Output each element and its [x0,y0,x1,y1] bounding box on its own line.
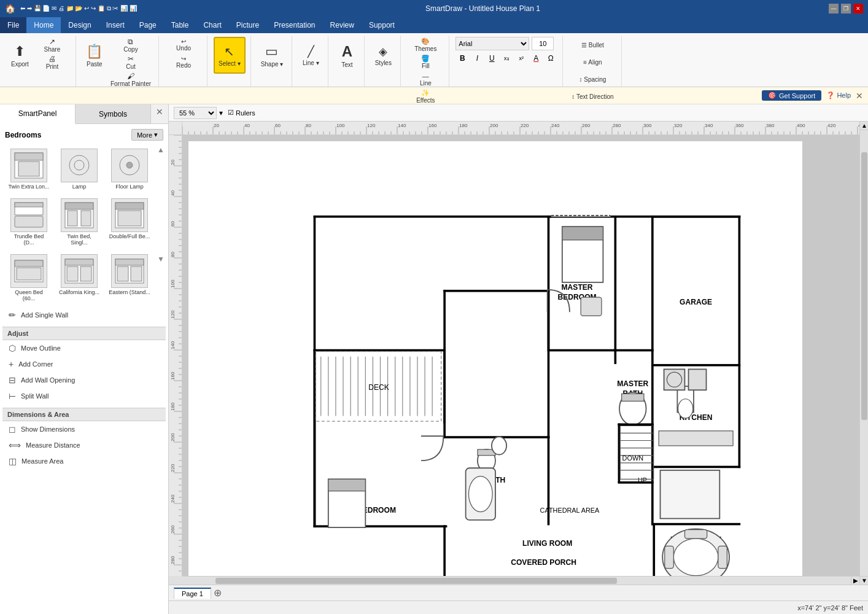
list-item[interactable]: Double/Full Be... [106,195,153,249]
font-size-input[interactable] [532,37,554,50]
ribbon-group-history: ↩ Undo ↪ Redo [160,36,207,87]
svg-text:MASTER: MASTER [617,379,648,388]
print-button[interactable]: 🖨 Print [34,54,71,70]
list-item[interactable]: Eastern (Stand... [106,251,153,305]
page-1-tab[interactable]: Page 1 [174,588,211,599]
close-btn[interactable]: ✕ [853,4,863,14]
export-button[interactable]: ⬆ Export [7,37,33,74]
svg-rect-15 [115,203,144,209]
horizontal-scrollbar[interactable]: ▶ [182,576,859,585]
redo-button[interactable]: ↪ Redo [165,54,202,70]
svg-rect-45 [614,216,617,364]
scroll-up-icon[interactable]: ▲ [157,146,165,154]
ribbon-group-line: ╱ Line ▾ [293,36,328,87]
list-item[interactable]: Trundle Bed (D... [5,195,53,249]
canvas-scroll[interactable]: MASTER BEDROOM GARAGE MASTER BATH DECK B… [182,135,859,576]
zoom-select[interactable]: 55 % 25 % 50 % 75 % 100 % [174,107,217,119]
bold-button[interactable]: B [455,52,469,65]
ribbon-group-font: Arial B I U x₂ x² A Ω [451,36,563,87]
bullet-button[interactable]: ☰ Bullet [569,37,616,53]
subscript-button[interactable]: x₂ [500,52,513,65]
align-button[interactable]: ≡ Align [569,54,616,70]
text-button[interactable]: A Text [335,37,359,74]
text-direction-button[interactable]: ↕ Text Direction [569,88,616,104]
symbol-icon-twin [61,198,98,232]
menu-file[interactable]: File [0,17,26,33]
more-button[interactable]: More ▾ [131,129,163,141]
scroll-down-icon[interactable]: ▼ [157,255,165,263]
svg-rect-19 [17,268,41,280]
list-item[interactable]: Twin Extra Lon... [5,146,53,193]
share-button[interactable]: ↗ Share [34,37,71,53]
format-painter-button[interactable]: 🖌 Format Painter [108,71,153,87]
add-single-wall-button[interactable]: ✏ Add Single Wall [2,307,166,323]
add-page-button[interactable]: ⊕ [214,587,222,599]
svg-text:COVERED PORCH: COVERED PORCH [511,558,576,567]
paste-button[interactable]: 📋 Paste [82,37,107,74]
panel-close-button[interactable]: ✕ [151,104,168,123]
menu-insert[interactable]: Insert [99,17,132,33]
maximize-btn[interactable]: ❐ [841,4,851,14]
svg-rect-26 [117,266,128,281]
scroll-down-arrow[interactable]: ▼ [860,576,868,585]
move-outline-item[interactable]: ⬡ Move Outline [2,340,166,356]
status-bar: x=74' 2" y=24' 8" Feet [169,600,868,614]
list-item[interactable]: Twin Bed, Singl... [55,195,103,249]
zoom-control[interactable]: 55 % 25 % 50 % 75 % 100 % ▾ [174,107,223,119]
split-wall-item[interactable]: ⊢ Split Wall [2,388,166,404]
menu-presentation[interactable]: Presentation [266,17,322,33]
symbols-tab[interactable]: Symbols [76,104,151,123]
list-item[interactable]: California King... [55,251,103,305]
menu-chart[interactable]: Chart [196,17,228,33]
scroll-up-arrow[interactable]: ▲ [860,122,868,130]
menu-page[interactable]: Page [132,17,164,33]
spacing-button[interactable]: ↕ Spacing [569,71,616,87]
themes-button[interactable]: 🎨 Themes [407,37,444,53]
rulers-button[interactable]: ☑ Rulers [228,109,255,117]
add-corner-item[interactable]: + Add Corner [2,356,166,372]
notification-close-button[interactable]: ✕ [856,91,863,101]
shape-button[interactable]: ▭ Shape ▾ [257,37,287,74]
help-button[interactable]: ❓ Help [826,91,851,99]
italic-button[interactable]: I [470,52,484,65]
copy-button[interactable]: ⧉ Copy [108,37,153,53]
cut-button[interactable]: ✂ Cut [108,54,153,70]
rulers-checkbox-icon: ☑ [228,109,234,117]
font-name-select[interactable]: Arial [455,37,529,50]
menu-review[interactable]: Review [323,17,362,33]
get-support-button[interactable]: 🎯 Get Support [762,90,821,101]
vertical-ruler [169,135,182,576]
window-controls[interactable]: — ❐ ✕ [829,4,863,14]
font-color-button[interactable]: A [529,52,543,65]
menu-table[interactable]: Table [164,17,196,33]
svg-point-101 [468,476,492,512]
special-char-button[interactable]: Ω [544,52,557,65]
line-opt-button[interactable]: — Line [407,71,444,87]
menu-design[interactable]: Design [61,17,98,33]
list-item[interactable]: Queen Bed (60... [5,251,53,305]
list-item[interactable]: Floor Lamp [106,146,153,193]
underline-button[interactable]: U [485,52,498,65]
show-dimensions-item[interactable]: ◻ Show Dimensions [2,421,166,437]
minimize-btn[interactable]: — [829,4,839,14]
select-button[interactable]: ↖ Select ▾ [214,37,246,74]
effects-button[interactable]: ✨ Effects [407,88,444,104]
superscript-button[interactable]: x² [514,52,528,65]
canvas-container: MASTER BEDROOM GARAGE MASTER BATH DECK B… [169,122,868,585]
undo-button[interactable]: ↩ Undo [165,37,202,53]
list-item[interactable]: Lamp [55,146,103,193]
app-logo-icons: ⬅ ➡ 💾 📄 ✉ 🖨 📁 📂 ↩ ↪ 📋 ⧉ ✂ 📊 📊 [20,5,137,12]
menu-support[interactable]: Support [362,17,402,33]
vertical-scrollbar[interactable]: ▲ ▼ [859,122,868,585]
add-wall-opening-item[interactable]: ⊟ Add Wall Opening [2,372,166,388]
fill-button[interactable]: 🪣 Fill [407,54,444,70]
menu-picture[interactable]: Picture [229,17,266,33]
scroll-right-arrow[interactable]: ▶ [851,577,859,585]
line-button[interactable]: ╱ Line ▾ [298,37,323,74]
menu-home[interactable]: Home [26,17,61,33]
measure-distance-item[interactable]: ⟺ Measure Distance [2,437,166,453]
page-1-label: Page 1 [182,590,203,597]
smartpanel-tab[interactable]: SmartPanel [0,104,76,124]
measure-area-item[interactable]: ◫ Measure Area [2,453,166,469]
styles-button[interactable]: ◈ Styles [371,37,395,74]
